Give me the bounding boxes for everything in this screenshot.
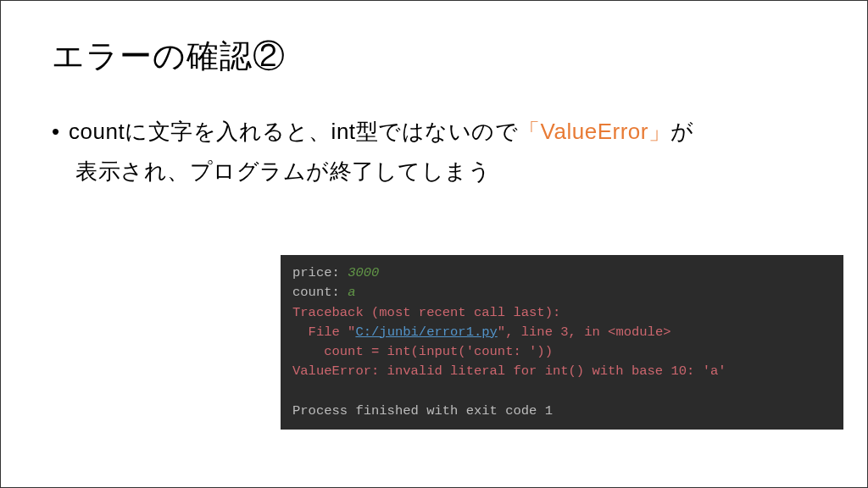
code-value-count: a — [348, 285, 355, 300]
slide-title: エラーの確認② — [52, 35, 816, 78]
code-label-count: count: — [292, 285, 348, 300]
code-error-message: ValueError: invalid literal for int() wi… — [292, 362, 832, 381]
bullet-text2: が — [670, 119, 694, 144]
bullet-highlight-open: 「 — [518, 119, 541, 144]
code-line-1: price: 3000 — [292, 263, 832, 283]
bullet-item: • countに文字を入れると、int型ではないので「ValueError」が … — [52, 112, 816, 191]
code-exit-status: Process finished with exit code 1 — [292, 402, 832, 421]
bullet-text1: countに文字を入れると、int型ではないので — [69, 119, 518, 144]
code-line-2: count: a — [292, 283, 832, 302]
code-blank-line — [292, 382, 832, 402]
code-traceback-header: Traceback (most recent call last): — [292, 303, 832, 323]
code-file-suffix: ", line 3, in <module> — [498, 324, 671, 340]
bullet-dot: • — [52, 112, 69, 152]
code-traceback-source: count = int(input('count: ')) — [292, 342, 832, 362]
bullet-line1: • countに文字を入れると、int型ではないので「ValueError」が — [52, 119, 694, 144]
slide-container: エラーの確認② • countに文字を入れると、int型ではないので「Value… — [0, 0, 868, 488]
terminal-output: price: 3000 count: a Traceback (most rec… — [281, 255, 843, 430]
code-traceback-file: File "C:/junbi/error1.py", line 3, in <m… — [292, 323, 832, 342]
bullet-highlight-word: ValueError — [541, 119, 648, 144]
bullet-line2: 表示され、プログラムが終了してしまう — [52, 152, 816, 191]
code-file-link: C:/junbi/error1.py — [355, 324, 497, 340]
code-label-price: price: — [292, 265, 348, 280]
bullet-highlight-close: 」 — [648, 119, 671, 144]
code-file-prefix: File " — [292, 324, 355, 340]
code-value-price: 3000 — [348, 265, 379, 280]
